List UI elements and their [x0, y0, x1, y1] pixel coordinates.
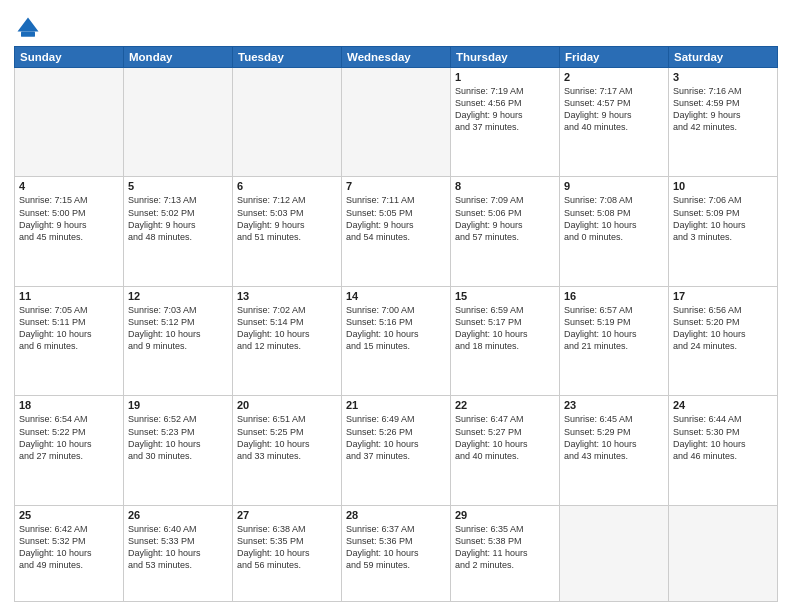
calendar-cell: 21Sunrise: 6:49 AM Sunset: 5:26 PM Dayli…: [342, 396, 451, 505]
calendar-cell: 11Sunrise: 7:05 AM Sunset: 5:11 PM Dayli…: [15, 286, 124, 395]
day-info: Sunrise: 7:17 AM Sunset: 4:57 PM Dayligh…: [564, 85, 664, 134]
day-info: Sunrise: 7:05 AM Sunset: 5:11 PM Dayligh…: [19, 304, 119, 353]
day-number: 10: [673, 180, 773, 192]
day-number: 27: [237, 509, 337, 521]
calendar-cell: 25Sunrise: 6:42 AM Sunset: 5:32 PM Dayli…: [15, 505, 124, 601]
day-info: Sunrise: 6:51 AM Sunset: 5:25 PM Dayligh…: [237, 413, 337, 462]
calendar-cell: 27Sunrise: 6:38 AM Sunset: 5:35 PM Dayli…: [233, 505, 342, 601]
day-info: Sunrise: 7:11 AM Sunset: 5:05 PM Dayligh…: [346, 194, 446, 243]
day-number: 16: [564, 290, 664, 302]
week-row-4: 18Sunrise: 6:54 AM Sunset: 5:22 PM Dayli…: [15, 396, 778, 505]
day-header-friday: Friday: [560, 47, 669, 68]
calendar-cell: [233, 68, 342, 177]
header: [14, 10, 778, 42]
day-number: 2: [564, 71, 664, 83]
day-number: 14: [346, 290, 446, 302]
day-header-saturday: Saturday: [669, 47, 778, 68]
day-info: Sunrise: 6:57 AM Sunset: 5:19 PM Dayligh…: [564, 304, 664, 353]
day-header-monday: Monday: [124, 47, 233, 68]
calendar-cell: 24Sunrise: 6:44 AM Sunset: 5:30 PM Dayli…: [669, 396, 778, 505]
svg-rect-1: [21, 32, 35, 37]
calendar-cell: 14Sunrise: 7:00 AM Sunset: 5:16 PM Dayli…: [342, 286, 451, 395]
calendar-cell: 22Sunrise: 6:47 AM Sunset: 5:27 PM Dayli…: [451, 396, 560, 505]
day-header-tuesday: Tuesday: [233, 47, 342, 68]
calendar-cell: 29Sunrise: 6:35 AM Sunset: 5:38 PM Dayli…: [451, 505, 560, 601]
day-header-thursday: Thursday: [451, 47, 560, 68]
calendar-cell: [560, 505, 669, 601]
calendar-table: SundayMondayTuesdayWednesdayThursdayFrid…: [14, 46, 778, 602]
header-row: SundayMondayTuesdayWednesdayThursdayFrid…: [15, 47, 778, 68]
day-number: 8: [455, 180, 555, 192]
calendar-cell: [15, 68, 124, 177]
day-number: 20: [237, 399, 337, 411]
day-header-wednesday: Wednesday: [342, 47, 451, 68]
day-number: 9: [564, 180, 664, 192]
calendar-cell: 26Sunrise: 6:40 AM Sunset: 5:33 PM Dayli…: [124, 505, 233, 601]
day-number: 26: [128, 509, 228, 521]
calendar-cell: [342, 68, 451, 177]
week-row-2: 4Sunrise: 7:15 AM Sunset: 5:00 PM Daylig…: [15, 177, 778, 286]
day-number: 5: [128, 180, 228, 192]
calendar-cell: [669, 505, 778, 601]
day-number: 1: [455, 71, 555, 83]
calendar-cell: 4Sunrise: 7:15 AM Sunset: 5:00 PM Daylig…: [15, 177, 124, 286]
day-info: Sunrise: 7:13 AM Sunset: 5:02 PM Dayligh…: [128, 194, 228, 243]
day-number: 29: [455, 509, 555, 521]
day-info: Sunrise: 6:52 AM Sunset: 5:23 PM Dayligh…: [128, 413, 228, 462]
calendar-cell: 19Sunrise: 6:52 AM Sunset: 5:23 PM Dayli…: [124, 396, 233, 505]
day-info: Sunrise: 6:38 AM Sunset: 5:35 PM Dayligh…: [237, 523, 337, 572]
day-info: Sunrise: 7:19 AM Sunset: 4:56 PM Dayligh…: [455, 85, 555, 134]
day-info: Sunrise: 6:45 AM Sunset: 5:29 PM Dayligh…: [564, 413, 664, 462]
day-number: 25: [19, 509, 119, 521]
day-info: Sunrise: 7:00 AM Sunset: 5:16 PM Dayligh…: [346, 304, 446, 353]
day-info: Sunrise: 6:35 AM Sunset: 5:38 PM Dayligh…: [455, 523, 555, 572]
day-number: 13: [237, 290, 337, 302]
calendar-cell: 15Sunrise: 6:59 AM Sunset: 5:17 PM Dayli…: [451, 286, 560, 395]
page: SundayMondayTuesdayWednesdayThursdayFrid…: [0, 0, 792, 612]
logo: [14, 14, 45, 42]
calendar-cell: 16Sunrise: 6:57 AM Sunset: 5:19 PM Dayli…: [560, 286, 669, 395]
calendar-cell: 1Sunrise: 7:19 AM Sunset: 4:56 PM Daylig…: [451, 68, 560, 177]
day-number: 18: [19, 399, 119, 411]
week-row-1: 1Sunrise: 7:19 AM Sunset: 4:56 PM Daylig…: [15, 68, 778, 177]
day-info: Sunrise: 7:12 AM Sunset: 5:03 PM Dayligh…: [237, 194, 337, 243]
day-info: Sunrise: 6:49 AM Sunset: 5:26 PM Dayligh…: [346, 413, 446, 462]
day-number: 28: [346, 509, 446, 521]
day-number: 7: [346, 180, 446, 192]
day-info: Sunrise: 6:54 AM Sunset: 5:22 PM Dayligh…: [19, 413, 119, 462]
day-number: 21: [346, 399, 446, 411]
calendar-cell: 28Sunrise: 6:37 AM Sunset: 5:36 PM Dayli…: [342, 505, 451, 601]
day-info: Sunrise: 6:40 AM Sunset: 5:33 PM Dayligh…: [128, 523, 228, 572]
calendar-cell: 20Sunrise: 6:51 AM Sunset: 5:25 PM Dayli…: [233, 396, 342, 505]
calendar-cell: 3Sunrise: 7:16 AM Sunset: 4:59 PM Daylig…: [669, 68, 778, 177]
day-info: Sunrise: 7:15 AM Sunset: 5:00 PM Dayligh…: [19, 194, 119, 243]
day-info: Sunrise: 7:03 AM Sunset: 5:12 PM Dayligh…: [128, 304, 228, 353]
calendar-cell: 8Sunrise: 7:09 AM Sunset: 5:06 PM Daylig…: [451, 177, 560, 286]
calendar-cell: 9Sunrise: 7:08 AM Sunset: 5:08 PM Daylig…: [560, 177, 669, 286]
day-info: Sunrise: 7:02 AM Sunset: 5:14 PM Dayligh…: [237, 304, 337, 353]
day-info: Sunrise: 6:59 AM Sunset: 5:17 PM Dayligh…: [455, 304, 555, 353]
day-number: 3: [673, 71, 773, 83]
svg-marker-0: [18, 18, 39, 32]
week-row-5: 25Sunrise: 6:42 AM Sunset: 5:32 PM Dayli…: [15, 505, 778, 601]
calendar-cell: 18Sunrise: 6:54 AM Sunset: 5:22 PM Dayli…: [15, 396, 124, 505]
day-number: 19: [128, 399, 228, 411]
logo-icon: [14, 14, 42, 42]
day-info: Sunrise: 6:56 AM Sunset: 5:20 PM Dayligh…: [673, 304, 773, 353]
calendar-cell: 5Sunrise: 7:13 AM Sunset: 5:02 PM Daylig…: [124, 177, 233, 286]
calendar-cell: 23Sunrise: 6:45 AM Sunset: 5:29 PM Dayli…: [560, 396, 669, 505]
day-number: 24: [673, 399, 773, 411]
calendar-cell: 6Sunrise: 7:12 AM Sunset: 5:03 PM Daylig…: [233, 177, 342, 286]
calendar-cell: 7Sunrise: 7:11 AM Sunset: 5:05 PM Daylig…: [342, 177, 451, 286]
day-info: Sunrise: 6:44 AM Sunset: 5:30 PM Dayligh…: [673, 413, 773, 462]
day-info: Sunrise: 7:09 AM Sunset: 5:06 PM Dayligh…: [455, 194, 555, 243]
day-info: Sunrise: 7:08 AM Sunset: 5:08 PM Dayligh…: [564, 194, 664, 243]
day-info: Sunrise: 7:16 AM Sunset: 4:59 PM Dayligh…: [673, 85, 773, 134]
calendar-cell: 13Sunrise: 7:02 AM Sunset: 5:14 PM Dayli…: [233, 286, 342, 395]
day-number: 15: [455, 290, 555, 302]
calendar-cell: 12Sunrise: 7:03 AM Sunset: 5:12 PM Dayli…: [124, 286, 233, 395]
calendar-cell: 10Sunrise: 7:06 AM Sunset: 5:09 PM Dayli…: [669, 177, 778, 286]
day-info: Sunrise: 7:06 AM Sunset: 5:09 PM Dayligh…: [673, 194, 773, 243]
calendar-cell: 17Sunrise: 6:56 AM Sunset: 5:20 PM Dayli…: [669, 286, 778, 395]
day-number: 22: [455, 399, 555, 411]
